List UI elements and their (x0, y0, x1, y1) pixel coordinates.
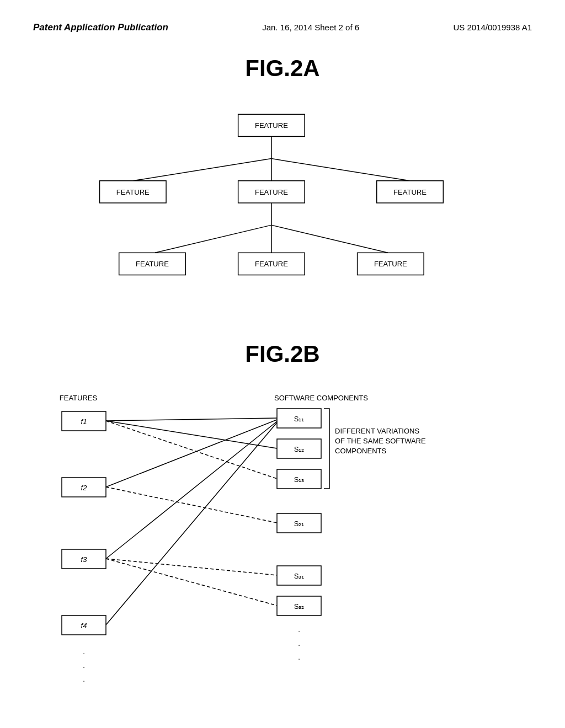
sw-components-label: SOFTWARE COMPONENTS (274, 394, 368, 402)
feature-f4-label: f4 (81, 622, 87, 630)
sw-s31-label: S₃₁ (294, 572, 305, 580)
fig2a-title: FIG.2A (33, 55, 532, 82)
svg-text:.: . (298, 625, 300, 634)
patent-number-label: US 2014/0019938 A1 (453, 23, 532, 32)
publication-label: Patent Application Publication (33, 22, 168, 33)
svg-text:.: . (83, 647, 85, 656)
svg-line-3 (271, 159, 410, 181)
annotation-line3: COMPONENTS (335, 447, 387, 455)
line-f3-s11 (106, 421, 277, 559)
svg-text:.: . (298, 653, 300, 661)
svg-text:FEATURE: FEATURE (374, 260, 407, 268)
sw-s11-label: S₁₁ (294, 415, 305, 423)
bracket-s1x (324, 409, 329, 489)
sw-s32-label: S₃₂ (294, 602, 305, 611)
line-f4-s11 (106, 422, 277, 625)
annotation-line1: DIFFERENT VARIATIONS (335, 427, 419, 435)
svg-text:FEATURE: FEATURE (393, 188, 427, 196)
svg-line-10 (271, 225, 388, 253)
line-f3-s31 (106, 559, 277, 575)
root-label: FEATURE (255, 121, 288, 130)
feature-f3-label: f3 (81, 555, 88, 564)
main-content: FIG.2A FEATURE FEATURE FEATURE FEATURE (0, 44, 565, 728)
sw-s13-label: S₁₃ (294, 475, 305, 484)
svg-text:.: . (83, 661, 85, 670)
fig2b-svg: FEATURES SOFTWARE COMPONENTS f1 f2 f3 f4… (33, 384, 532, 726)
fig2b-title: FIG.2B (33, 341, 532, 367)
svg-text:FEATURE: FEATURE (255, 188, 288, 196)
features-label: FEATURES (60, 394, 98, 402)
line-f2-s21 (106, 487, 277, 523)
svg-text:.: . (298, 639, 300, 647)
line-f1-s12 (106, 421, 277, 448)
sw-s12-label: S₁₂ (294, 445, 305, 453)
annotation-line2: OF THE SAME SOFTWARE (335, 437, 426, 445)
line-f3-s32 (106, 559, 277, 606)
date-sheet-label: Jan. 16, 2014 Sheet 2 of 6 (262, 23, 359, 32)
svg-text:FEATURE: FEATURE (116, 188, 150, 196)
page-header: Patent Application Publication Jan. 16, … (0, 0, 565, 44)
sw-s21-label: S₂₁ (294, 520, 305, 528)
svg-text:FEATURE: FEATURE (136, 260, 169, 268)
feature-f2-label: f2 (81, 484, 88, 492)
tree-svg: FEATURE FEATURE FEATURE FEATURE FEATURE (33, 98, 532, 319)
fig2a-diagram: FEATURE FEATURE FEATURE FEATURE FEATURE (33, 98, 532, 319)
svg-text:FEATURE: FEATURE (255, 260, 288, 268)
line-f1-s11 (106, 418, 277, 421)
feature-f1-label: f1 (81, 417, 87, 426)
svg-line-8 (155, 225, 271, 253)
fig2b-diagram: FEATURES SOFTWARE COMPONENTS f1 f2 f3 f4… (33, 384, 532, 726)
svg-line-1 (133, 159, 271, 181)
svg-text:.: . (83, 675, 85, 683)
